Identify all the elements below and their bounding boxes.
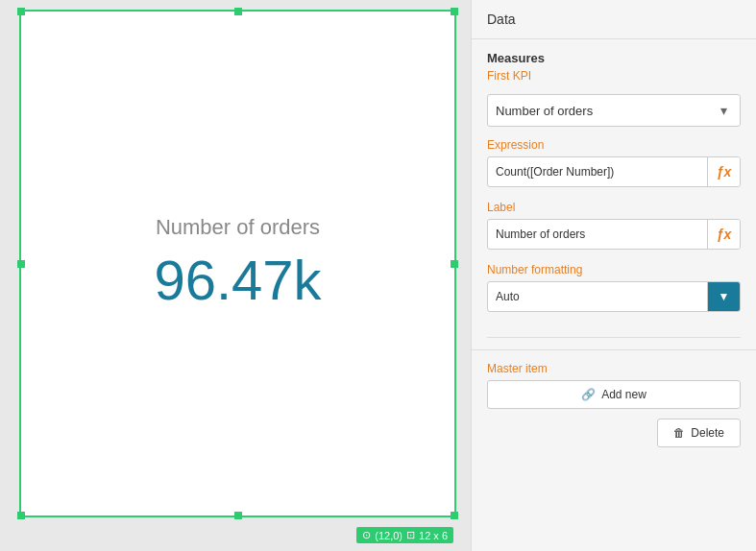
chevron-down-icon-formatting: ▼ (719, 290, 730, 303)
handle-top-left[interactable] (17, 8, 25, 15)
expression-fx-button[interactable]: ƒx (707, 157, 740, 186)
data-tab[interactable]: Data (472, 0, 756, 39)
label-input[interactable] (488, 222, 707, 247)
label-field-row: ƒx (487, 219, 741, 250)
dropdown-arrow-icon: ▼ (707, 282, 740, 311)
kpi-label: Number of orders (156, 215, 320, 240)
measures-subtitle: First KPI (487, 69, 741, 83)
number-formatting-dropdown-row: Auto Number Money Date Duration Custom ▼ (487, 281, 741, 312)
right-panel: Data Measures First KPI Number of orders… (471, 0, 756, 551)
master-item-label: Master item (487, 362, 741, 375)
tab-label: Data (487, 12, 516, 27)
add-new-button[interactable]: 🔗 Add new (487, 380, 741, 409)
status-icon: ⊙ (362, 529, 371, 541)
delete-button[interactable]: 🗑 Delete (657, 419, 741, 447)
expression-label: Expression (487, 138, 741, 152)
measures-title: Measures (487, 51, 741, 65)
handle-bottom-left[interactable] (17, 512, 25, 519)
expression-field-row: ƒx (487, 156, 741, 187)
status-size: 12 x 6 (419, 530, 448, 541)
status-size-icon: ⊡ (406, 529, 415, 541)
measures-dropdown-label: Number of orders (488, 98, 707, 124)
handle-top-center[interactable] (234, 8, 242, 15)
label-label: Label (487, 201, 741, 214)
fx-icon: ƒx (717, 164, 732, 180)
trash-icon: 🗑 (673, 426, 685, 440)
master-item-section: Master item 🔗 Add new 🗑 Delete (472, 349, 756, 459)
fx-icon-label: ƒx (717, 227, 732, 242)
canvas-area: Number of orders 96.47k ⊙ (12,0) ⊡ 12 x … (0, 0, 471, 551)
handle-middle-right[interactable] (451, 260, 458, 268)
measures-section: Measures First KPI Number of orders ▾ Ex… (472, 39, 756, 337)
number-formatting-select[interactable]: Auto Number Money Date Duration Custom (488, 284, 707, 309)
widget-status: ⊙ (12,0) ⊡ 12 x 6 (356, 527, 453, 543)
expression-group: Expression ƒx (487, 138, 741, 187)
chevron-down-icon: ▾ (707, 95, 740, 126)
link-icon: 🔗 (581, 388, 596, 401)
handle-bottom-center[interactable] (234, 512, 242, 519)
handle-top-right[interactable] (451, 8, 458, 15)
number-formatting-group: Number formatting Auto Number Money Date… (487, 263, 741, 312)
expression-input[interactable] (488, 159, 707, 184)
handle-middle-left[interactable] (17, 260, 25, 268)
label-fx-button[interactable]: ƒx (707, 220, 740, 249)
measures-dropdown[interactable]: Number of orders ▾ (487, 94, 741, 127)
status-coords: (12,0) (375, 530, 402, 541)
section-divider (487, 337, 741, 338)
kpi-value: 96.47k (154, 248, 321, 312)
label-group: Label ƒx (487, 201, 741, 250)
add-new-label: Add new (601, 388, 646, 401)
kpi-widget[interactable]: Number of orders 96.47k (19, 10, 456, 517)
number-formatting-label: Number formatting (487, 263, 741, 276)
delete-label: Delete (691, 426, 724, 440)
handle-bottom-right[interactable] (451, 512, 458, 519)
